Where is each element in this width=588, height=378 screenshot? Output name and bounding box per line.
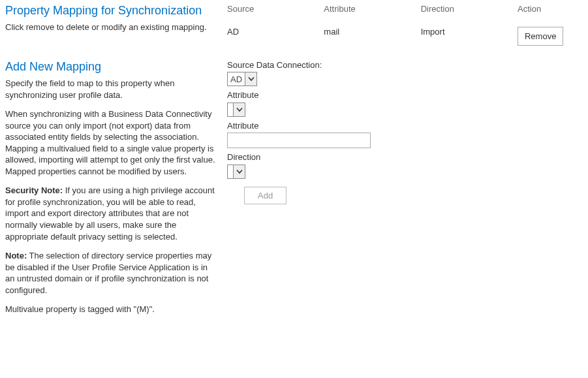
section1-desc: Click remove to delete or modify an exis… (5, 22, 215, 33)
col-source-header: Source (227, 4, 324, 14)
attribute2-input[interactable] (227, 133, 371, 148)
chevron-down-icon (233, 103, 245, 116)
section2-p2: When synchronizing with a Business Data … (5, 108, 215, 177)
add-mapping-section: Add New Mapping Specify the field to map… (5, 60, 583, 323)
direction-label: Direction (227, 152, 583, 162)
attribute1-select[interactable] (227, 102, 245, 117)
attribute2-label: Attribute (227, 121, 583, 131)
security-note-label: Security Note: (5, 185, 63, 195)
attribute1-label: Attribute (227, 90, 583, 100)
source-connection-value: AD (228, 74, 245, 84)
note-label: Note: (5, 251, 27, 260)
section2-p4: Note: The selection of directory service… (5, 250, 215, 296)
section2-p3: Security Note: If you are using a high p… (5, 185, 215, 242)
col-attribute-value: mail (324, 27, 420, 37)
col-source-value: AD (227, 27, 324, 37)
col-action-header: Action (518, 4, 583, 14)
section1-title: Property Mapping for Synchronization (5, 4, 215, 18)
add-button[interactable]: Add (244, 187, 286, 204)
property-mapping-section: Property Mapping for Synchronization Cli… (5, 4, 583, 46)
section2-p5: Multivalue property is tagged with "(M)"… (5, 304, 215, 315)
chevron-down-icon (233, 165, 245, 178)
source-connection-label: Source Data Connection: (227, 60, 583, 70)
remove-button[interactable]: Remove (518, 27, 563, 46)
mapping-table: Source AD Attribute mail Direction Impor… (227, 4, 583, 46)
note-text: The selection of directory service prope… (5, 251, 211, 295)
section1-left: Property Mapping for Synchronization Cli… (5, 4, 227, 46)
direction-select[interactable] (227, 165, 245, 179)
source-connection-select[interactable]: AD (227, 72, 257, 86)
section2-left: Add New Mapping Specify the field to map… (5, 60, 227, 323)
chevron-down-icon (245, 72, 256, 86)
col-direction-header: Direction (421, 4, 518, 14)
section2-p1: Specify the field to map to this propert… (5, 78, 215, 101)
section2-title: Add New Mapping (5, 60, 215, 74)
section1-right: Source AD Attribute mail Direction Impor… (227, 4, 583, 46)
col-direction-value: Import (421, 27, 518, 37)
col-attribute-header: Attribute (324, 4, 420, 14)
section2-right: Source Data Connection: AD Attribute Att… (227, 60, 583, 323)
